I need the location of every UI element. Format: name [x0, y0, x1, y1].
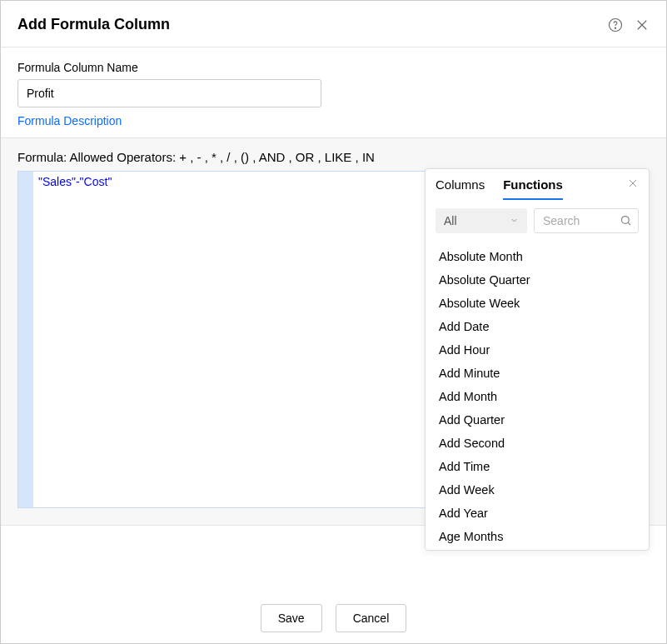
search-icon — [620, 214, 632, 229]
panel-controls: All — [426, 200, 649, 242]
function-item[interactable]: Absolute Quarter — [426, 268, 649, 292]
functions-panel: Columns Functions All — [425, 168, 650, 551]
function-list[interactable]: Absolute Month Absolute Quarter Absolute… — [426, 242, 649, 550]
search-wrap — [534, 208, 639, 233]
help-icon[interactable] — [608, 17, 623, 32]
dropdown-value: All — [444, 214, 457, 227]
function-item[interactable]: Add Second — [426, 432, 649, 455]
svg-line-7 — [628, 222, 630, 225]
function-item[interactable]: Add Time — [426, 455, 649, 478]
description-link[interactable]: Formula Description — [17, 114, 122, 127]
panel-tabs: Columns Functions — [436, 177, 563, 200]
save-button[interactable]: Save — [261, 604, 322, 632]
cancel-button[interactable]: Cancel — [336, 604, 407, 632]
function-item[interactable]: Absolute Week — [426, 292, 649, 315]
function-item[interactable]: Add Quarter — [426, 408, 649, 432]
function-item[interactable]: Add Hour — [426, 338, 649, 362]
formula-area: Formula: Allowed Operators: + , - , * , … — [1, 137, 666, 526]
editor-gutter — [18, 172, 33, 507]
tab-functions[interactable]: Functions — [503, 177, 563, 200]
category-dropdown[interactable]: All — [436, 208, 527, 233]
function-item[interactable]: Absolute Month — [426, 245, 649, 268]
formula-editor-wrap: "Sales"-"Cost" Columns Functions All — [17, 171, 650, 508]
panel-header: Columns Functions — [426, 169, 649, 200]
svg-point-6 — [622, 217, 630, 224]
dialog-footer: Save Cancel — [1, 593, 666, 643]
function-item[interactable]: Add Week — [426, 478, 649, 502]
name-section: Formula Column Name Formula Description — [1, 47, 666, 137]
formula-hint: Formula: Allowed Operators: + , - , * , … — [17, 150, 650, 164]
header-icons — [608, 17, 650, 32]
dialog-title: Add Formula Column — [17, 16, 170, 33]
dialog-header: Add Formula Column — [1, 1, 666, 47]
tab-columns[interactable]: Columns — [436, 177, 485, 200]
name-input[interactable] — [17, 79, 321, 107]
chevron-down-icon — [510, 214, 519, 227]
panel-close-icon[interactable] — [627, 177, 639, 192]
function-item[interactable]: Add Minute — [426, 362, 649, 385]
function-item[interactable]: Add Year — [426, 502, 649, 525]
function-item[interactable]: Add Month — [426, 385, 649, 408]
svg-point-1 — [615, 27, 615, 28]
function-item[interactable]: Age Months — [426, 525, 649, 548]
close-icon[interactable] — [635, 17, 650, 32]
function-item[interactable]: Add Date — [426, 315, 649, 338]
name-label: Formula Column Name — [17, 61, 650, 74]
